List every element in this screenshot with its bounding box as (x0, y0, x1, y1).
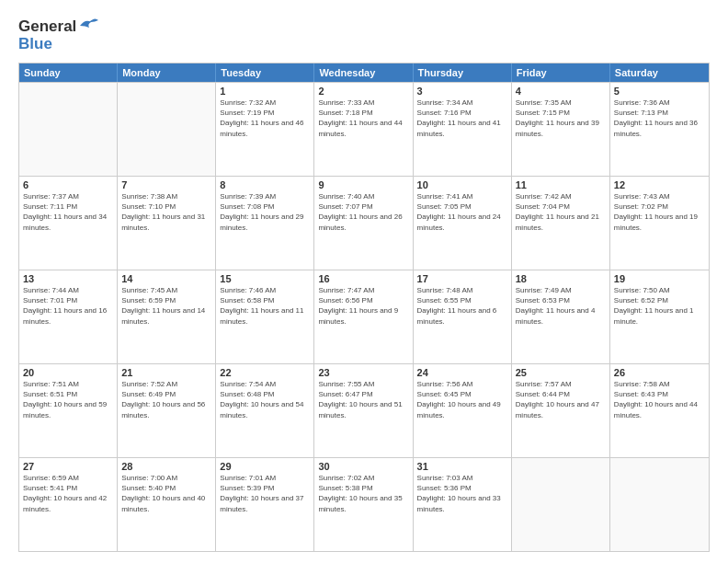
cell-day-number: 22 (220, 367, 310, 378)
cell-sun-info: Sunrise: 7:02 AMSunset: 5:38 PMDaylight:… (318, 473, 408, 514)
cell-sun-info: Sunrise: 7:33 AMSunset: 7:18 PMDaylight:… (318, 98, 408, 139)
calendar-row: 27Sunrise: 6:59 AMSunset: 5:41 PMDayligh… (19, 457, 709, 551)
cell-day-number: 7 (121, 179, 211, 190)
cell-day-number: 25 (516, 367, 606, 378)
cell-day-number: 20 (23, 367, 113, 378)
cell-day-number: 23 (318, 367, 408, 378)
weekday-header: Tuesday (216, 63, 314, 82)
cell-day-number: 27 (23, 461, 113, 472)
calendar-cell: 29Sunrise: 7:01 AMSunset: 5:39 PMDayligh… (216, 458, 314, 551)
logo-bird-icon (78, 17, 98, 35)
cell-sun-info: Sunrise: 7:38 AMSunset: 7:10 PMDaylight:… (121, 191, 211, 233)
cell-sun-info: Sunrise: 7:43 AMSunset: 7:02 PMDaylight:… (614, 191, 705, 233)
cell-sun-info: Sunrise: 7:35 AMSunset: 7:15 PMDaylight:… (516, 98, 606, 139)
cell-day-number: 2 (318, 86, 408, 97)
cell-sun-info: Sunrise: 7:57 AMSunset: 6:44 PMDaylight:… (516, 379, 606, 420)
calendar-cell: 13Sunrise: 7:44 AMSunset: 7:01 PMDayligh… (19, 270, 118, 363)
weekday-header: Thursday (414, 63, 512, 82)
calendar-cell: 28Sunrise: 7:00 AMSunset: 5:40 PMDayligh… (118, 458, 216, 551)
calendar-cell: 1Sunrise: 7:32 AMSunset: 7:19 PMDaylight… (216, 83, 314, 176)
cell-day-number: 15 (220, 273, 310, 284)
calendar-cell: 18Sunrise: 7:49 AMSunset: 6:53 PMDayligh… (512, 270, 610, 363)
calendar-cell: 3Sunrise: 7:34 AMSunset: 7:16 PMDaylight… (414, 83, 512, 176)
calendar-cell: 12Sunrise: 7:43 AMSunset: 7:02 PMDayligh… (610, 177, 709, 270)
cell-sun-info: Sunrise: 7:44 AMSunset: 7:01 PMDaylight:… (23, 285, 113, 327)
cell-day-number: 8 (220, 179, 310, 190)
cell-day-number: 10 (417, 179, 507, 190)
cell-sun-info: Sunrise: 7:55 AMSunset: 6:47 PMDaylight:… (318, 379, 408, 420)
cell-day-number: 21 (121, 367, 211, 378)
logo-container: General Blue (18, 17, 98, 53)
cell-sun-info: Sunrise: 7:46 AMSunset: 6:58 PMDaylight:… (220, 285, 310, 327)
cell-day-number: 11 (516, 179, 606, 190)
calendar: SundayMondayTuesdayWednesdayThursdayFrid… (18, 63, 710, 552)
cell-sun-info: Sunrise: 7:51 AMSunset: 6:51 PMDaylight:… (23, 379, 113, 420)
cell-day-number: 17 (417, 273, 507, 284)
cell-day-number: 12 (614, 179, 705, 190)
calendar-cell (610, 458, 709, 551)
cell-sun-info: Sunrise: 7:40 AMSunset: 7:07 PMDaylight:… (318, 191, 408, 233)
calendar-cell: 25Sunrise: 7:57 AMSunset: 6:44 PMDayligh… (512, 364, 610, 457)
cell-day-number: 30 (318, 461, 408, 472)
cell-sun-info: Sunrise: 7:45 AMSunset: 6:59 PMDaylight:… (121, 285, 211, 327)
calendar-body: 1Sunrise: 7:32 AMSunset: 7:19 PMDaylight… (19, 82, 709, 551)
cell-sun-info: Sunrise: 7:50 AMSunset: 6:52 PMDaylight:… (614, 285, 705, 327)
cell-sun-info: Sunrise: 7:03 AMSunset: 5:36 PMDaylight:… (417, 473, 507, 514)
weekday-header: Saturday (610, 63, 709, 82)
calendar-cell: 8Sunrise: 7:39 AMSunset: 7:08 PMDaylight… (216, 177, 314, 270)
calendar-cell: 27Sunrise: 6:59 AMSunset: 5:41 PMDayligh… (19, 458, 118, 551)
cell-sun-info: Sunrise: 7:42 AMSunset: 7:04 PMDaylight:… (516, 191, 606, 233)
calendar-cell: 9Sunrise: 7:40 AMSunset: 7:07 PMDaylight… (314, 177, 413, 270)
calendar-cell (19, 83, 118, 176)
logo-general: General (18, 18, 76, 34)
cell-sun-info: Sunrise: 7:52 AMSunset: 6:49 PMDaylight:… (121, 379, 211, 420)
cell-sun-info: Sunrise: 7:49 AMSunset: 6:53 PMDaylight:… (516, 285, 606, 327)
calendar-cell: 6Sunrise: 7:37 AMSunset: 7:11 PMDaylight… (19, 177, 118, 270)
cell-day-number: 29 (220, 461, 310, 472)
calendar-header: SundayMondayTuesdayWednesdayThursdayFrid… (19, 63, 709, 82)
calendar-cell: 31Sunrise: 7:03 AMSunset: 5:36 PMDayligh… (414, 458, 512, 551)
calendar-cell: 30Sunrise: 7:02 AMSunset: 5:38 PMDayligh… (314, 458, 413, 551)
cell-sun-info: Sunrise: 7:56 AMSunset: 6:45 PMDaylight:… (417, 379, 507, 420)
cell-sun-info: Sunrise: 7:01 AMSunset: 5:39 PMDaylight:… (220, 473, 310, 514)
weekday-header: Sunday (19, 63, 118, 82)
header: General Blue (18, 17, 710, 53)
cell-sun-info: Sunrise: 7:54 AMSunset: 6:48 PMDaylight:… (220, 379, 310, 420)
cell-sun-info: Sunrise: 7:37 AMSunset: 7:11 PMDaylight:… (23, 191, 113, 233)
cell-day-number: 16 (318, 273, 408, 284)
cell-sun-info: Sunrise: 7:00 AMSunset: 5:40 PMDaylight:… (121, 473, 211, 514)
cell-day-number: 19 (614, 273, 705, 284)
cell-day-number: 9 (318, 179, 408, 190)
calendar-row: 6Sunrise: 7:37 AMSunset: 7:11 PMDaylight… (19, 176, 709, 270)
calendar-cell: 10Sunrise: 7:41 AMSunset: 7:05 PMDayligh… (414, 177, 512, 270)
cell-sun-info: Sunrise: 7:32 AMSunset: 7:19 PMDaylight:… (220, 98, 310, 139)
calendar-cell: 4Sunrise: 7:35 AMSunset: 7:15 PMDaylight… (512, 83, 610, 176)
logo: General Blue (18, 17, 98, 53)
cell-day-number: 1 (220, 86, 310, 97)
calendar-row: 13Sunrise: 7:44 AMSunset: 7:01 PMDayligh… (19, 270, 709, 363)
calendar-row: 1Sunrise: 7:32 AMSunset: 7:19 PMDaylight… (19, 82, 709, 176)
calendar-cell: 5Sunrise: 7:36 AMSunset: 7:13 PMDaylight… (610, 83, 709, 176)
cell-day-number: 28 (121, 461, 211, 472)
cell-day-number: 4 (516, 86, 606, 97)
calendar-cell (118, 83, 216, 176)
calendar-cell: 16Sunrise: 7:47 AMSunset: 6:56 PMDayligh… (314, 270, 413, 363)
cell-sun-info: Sunrise: 7:41 AMSunset: 7:05 PMDaylight:… (417, 191, 507, 233)
calendar-cell: 23Sunrise: 7:55 AMSunset: 6:47 PMDayligh… (314, 364, 413, 457)
weekday-header: Monday (118, 63, 216, 82)
calendar-cell: 17Sunrise: 7:48 AMSunset: 6:55 PMDayligh… (414, 270, 512, 363)
calendar-cell: 22Sunrise: 7:54 AMSunset: 6:48 PMDayligh… (216, 364, 314, 457)
calendar-cell: 20Sunrise: 7:51 AMSunset: 6:51 PMDayligh… (19, 364, 118, 457)
calendar-row: 20Sunrise: 7:51 AMSunset: 6:51 PMDayligh… (19, 363, 709, 457)
cell-sun-info: Sunrise: 7:39 AMSunset: 7:08 PMDaylight:… (220, 191, 310, 233)
weekday-header: Wednesday (314, 63, 413, 82)
calendar-cell: 26Sunrise: 7:58 AMSunset: 6:43 PMDayligh… (610, 364, 709, 457)
cell-day-number: 24 (417, 367, 507, 378)
calendar-cell: 11Sunrise: 7:42 AMSunset: 7:04 PMDayligh… (512, 177, 610, 270)
cell-sun-info: Sunrise: 7:34 AMSunset: 7:16 PMDaylight:… (417, 98, 507, 139)
calendar-cell: 21Sunrise: 7:52 AMSunset: 6:49 PMDayligh… (118, 364, 216, 457)
calendar-cell (512, 458, 610, 551)
cell-sun-info: Sunrise: 7:58 AMSunset: 6:43 PMDaylight:… (614, 379, 705, 420)
cell-day-number: 5 (614, 86, 705, 97)
cell-sun-info: Sunrise: 7:36 AMSunset: 7:13 PMDaylight:… (614, 98, 705, 139)
